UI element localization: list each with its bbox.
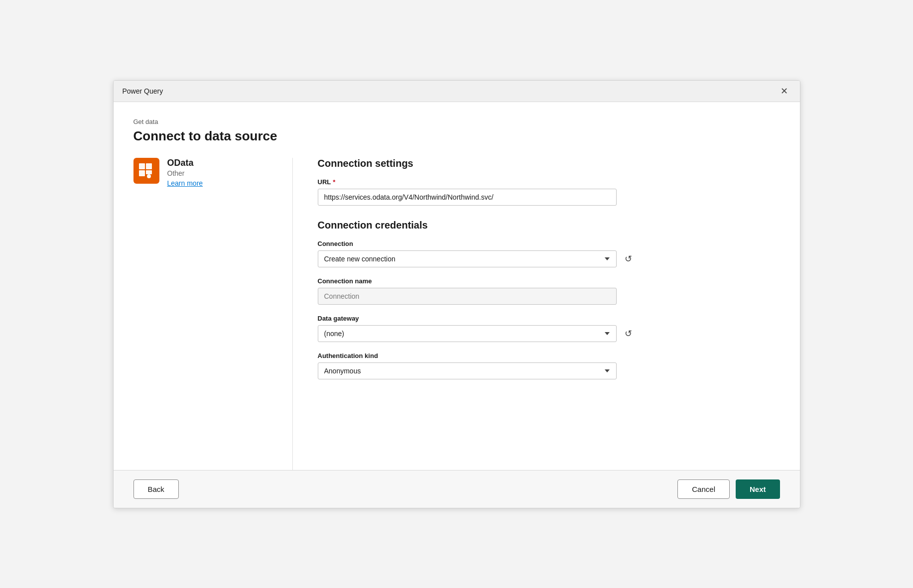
svg-rect-3: [146, 170, 152, 174]
url-label: URL *: [318, 178, 780, 186]
data-gateway-dropdown-row: (none) ↺: [318, 325, 780, 342]
connection-refresh-button[interactable]: ↺: [622, 251, 635, 266]
connection-name-field-group: Connection name: [318, 277, 780, 305]
connection-settings-title: Connection settings: [318, 158, 780, 169]
footer: Back Cancel Next: [114, 470, 800, 508]
left-panel: OData Other Learn more: [133, 158, 293, 470]
svg-rect-0: [139, 163, 145, 169]
connection-name-label: Connection name: [318, 277, 780, 285]
auth-kind-select[interactable]: Anonymous Basic OAuth2: [318, 362, 617, 379]
required-star: *: [333, 178, 335, 186]
data-gateway-refresh-button[interactable]: ↺: [622, 326, 635, 341]
content-area: Get data Connect to data source: [114, 102, 800, 470]
title-bar: Power Query ✕: [114, 81, 800, 102]
data-gateway-select[interactable]: (none): [318, 325, 617, 342]
page-title: Connect to data source: [133, 128, 780, 144]
cancel-button[interactable]: Cancel: [677, 479, 730, 499]
data-gateway-field-group: Data gateway (none) ↺: [318, 315, 780, 342]
right-panel: Connection settings URL * Connection cre…: [293, 158, 780, 470]
close-button[interactable]: ✕: [778, 86, 791, 97]
connector-text: OData Other Learn more: [167, 158, 203, 188]
connection-name-input[interactable]: [318, 288, 617, 305]
connection-field-group: Connection Create new connection ↺: [318, 240, 780, 267]
footer-left: Back: [133, 479, 179, 499]
dialog-title: Power Query: [123, 87, 163, 95]
dialog: Power Query ✕ Get data Connect to data s…: [113, 80, 800, 508]
auth-kind-field-group: Authentication kind Anonymous Basic OAut…: [318, 352, 780, 379]
svg-rect-2: [139, 170, 145, 176]
auth-kind-select-wrapper: Anonymous Basic OAuth2: [318, 362, 617, 379]
connection-select[interactable]: Create new connection: [318, 250, 617, 267]
url-field-group: URL *: [318, 178, 780, 206]
credentials-section: Connection credentials Connection Create…: [318, 220, 780, 379]
connection-label: Connection: [318, 240, 780, 247]
connector-category: Other: [167, 169, 203, 177]
page-meta: Get data: [133, 118, 780, 125]
main-body: OData Other Learn more Connection settin…: [133, 158, 780, 470]
connector-info: OData Other Learn more: [133, 158, 277, 188]
odata-icon-svg: [138, 162, 155, 179]
next-button[interactable]: Next: [736, 479, 780, 499]
learn-more-link[interactable]: Learn more: [167, 179, 203, 187]
back-button[interactable]: Back: [133, 479, 179, 499]
connection-dropdown-row: Create new connection ↺: [318, 250, 780, 267]
auth-kind-label: Authentication kind: [318, 352, 780, 359]
url-input[interactable]: [318, 189, 617, 206]
svg-rect-1: [146, 163, 152, 169]
data-gateway-label: Data gateway: [318, 315, 780, 322]
connector-name: OData: [167, 158, 203, 168]
svg-point-4: [147, 174, 151, 178]
connection-select-wrapper: Create new connection: [318, 250, 617, 267]
connector-icon: [133, 158, 159, 184]
data-gateway-select-wrapper: (none): [318, 325, 617, 342]
credentials-title: Connection credentials: [318, 220, 780, 231]
footer-right: Cancel Next: [677, 479, 780, 499]
